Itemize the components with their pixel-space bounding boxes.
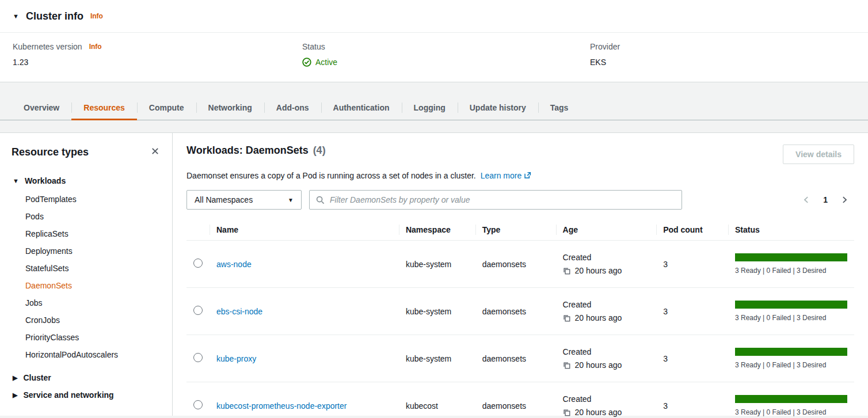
- tree-group-label: Workloads: [25, 176, 66, 185]
- sidebar-item-podtemplates[interactable]: PodTemplates: [25, 191, 161, 208]
- next-page-icon[interactable]: [839, 195, 850, 205]
- section-title: Cluster info: [26, 10, 83, 22]
- tab-networking[interactable]: Networking: [196, 96, 264, 120]
- age-value: 20 hours ago: [575, 313, 622, 322]
- column-header-name[interactable]: Name: [210, 219, 399, 241]
- tree-group-label: Cluster: [23, 373, 51, 382]
- tab-tags[interactable]: Tags: [538, 96, 581, 120]
- tab-authentication[interactable]: Authentication: [321, 96, 402, 120]
- resource-types-sidebar: Resource types ▼ Workloads PodTemplates …: [0, 133, 173, 416]
- age-cell: Created 20 hours ago: [556, 288, 657, 335]
- resource-type-tree: ▼ Workloads PodTemplates Pods ReplicaSet…: [12, 172, 161, 404]
- copy-icon[interactable]: [563, 267, 570, 275]
- pod-count-cell: 3: [656, 241, 728, 288]
- age-created-label: Created: [563, 253, 650, 262]
- status-bar: [735, 253, 847, 261]
- tree-group-service-and-networking[interactable]: ▶ Service and networking: [12, 386, 161, 404]
- previous-page-icon[interactable]: [801, 195, 812, 205]
- sidebar-item-deployments[interactable]: Deployments: [25, 242, 161, 260]
- copy-icon[interactable]: [563, 362, 570, 369]
- sidebar-item-pods[interactable]: Pods: [25, 208, 161, 225]
- column-header-namespace[interactable]: Namespace: [399, 219, 475, 241]
- sidebar-item-priorityclasses[interactable]: PriorityClasses: [25, 329, 161, 346]
- view-details-button[interactable]: View details: [783, 145, 854, 164]
- tab-logging[interactable]: Logging: [402, 96, 458, 120]
- status-cell: 3 Ready | 0 Failed | 3 Desired: [728, 382, 854, 418]
- namespace-cell: kube-system: [399, 335, 475, 382]
- age-cell: Created 20 hours ago: [556, 241, 657, 288]
- tree-group-label: Service and networking: [23, 390, 113, 400]
- sidebar-item-replicasets[interactable]: ReplicaSets: [25, 225, 161, 242]
- caret-right-icon: ▶: [13, 374, 17, 382]
- tree-group-workloads[interactable]: ▼ Workloads: [12, 172, 161, 189]
- current-page[interactable]: 1: [823, 195, 828, 204]
- age-cell: Created 20 hours ago: [556, 335, 657, 382]
- column-header-type[interactable]: Type: [475, 219, 556, 241]
- age-cell: Created 20 hours ago: [556, 382, 657, 418]
- tab-update-history[interactable]: Update history: [458, 96, 538, 120]
- info-link[interactable]: Info: [90, 12, 103, 20]
- table-row: kube-proxy kube-system daemonsets Create…: [186, 335, 854, 382]
- search-input[interactable]: [330, 195, 675, 204]
- status-bar: [735, 348, 847, 356]
- tab-compute[interactable]: Compute: [137, 96, 196, 120]
- learn-more-link[interactable]: Learn more: [481, 171, 522, 180]
- status-text: 3 Ready | 0 Failed | 3 Desired: [735, 314, 847, 322]
- age-value: 20 hours ago: [575, 360, 622, 370]
- sidebar-item-statefulsets[interactable]: StatefulSets: [25, 260, 161, 277]
- kubernetes-version-info-link[interactable]: Info: [89, 43, 102, 51]
- tab-resources[interactable]: Resources: [71, 96, 137, 120]
- kubernetes-version-field: Kubernetes version Info 1.23: [13, 42, 302, 67]
- daemonset-name-link[interactable]: aws-node: [216, 260, 252, 269]
- sidebar-item-jobs[interactable]: Jobs: [25, 294, 161, 311]
- workloads-items: PodTemplates Pods ReplicaSets Deployment…: [25, 191, 161, 363]
- daemonset-name-link[interactable]: kube-proxy: [216, 354, 256, 363]
- age-created-label: Created: [563, 300, 650, 309]
- namespace-cell: kubecost: [399, 382, 475, 418]
- daemonset-name-link[interactable]: kubecost-prometheus-node-exporter: [216, 401, 347, 411]
- sidebar-item-cronjobs[interactable]: CronJobs: [25, 311, 161, 329]
- caret-down-icon: ▼: [13, 177, 19, 184]
- type-cell: daemonsets: [475, 335, 556, 382]
- column-header-status[interactable]: Status: [728, 219, 854, 241]
- cluster-info-fields: Kubernetes version Info 1.23 Status Acti…: [0, 33, 868, 82]
- namespace-cell: kube-system: [399, 241, 475, 288]
- kubernetes-version-label: Kubernetes version: [13, 42, 82, 51]
- age-value: 20 hours ago: [575, 408, 622, 417]
- panel-description: Daemonset ensures a copy of a Pod is run…: [186, 171, 476, 180]
- column-header-pod-count[interactable]: Pod count: [656, 219, 728, 241]
- close-icon[interactable]: [150, 146, 161, 158]
- row-select-radio[interactable]: [193, 259, 203, 268]
- panel-title: Workloads: DaemonSets: [186, 145, 309, 156]
- copy-icon[interactable]: [563, 409, 570, 416]
- external-link-icon[interactable]: [524, 172, 531, 179]
- type-cell: daemonsets: [475, 288, 556, 335]
- status-text: 3 Ready | 0 Failed | 3 Desired: [735, 361, 847, 369]
- row-select-radio[interactable]: [193, 306, 203, 315]
- daemonset-name-link[interactable]: ebs-csi-node: [216, 307, 262, 316]
- tab-add-ons[interactable]: Add-ons: [264, 96, 321, 120]
- collapse-caret-icon[interactable]: ▼: [13, 13, 19, 20]
- select-column-header: [186, 219, 210, 241]
- column-header-age[interactable]: Age: [556, 219, 657, 241]
- provider-label: Provider: [590, 42, 855, 51]
- namespace-filter-dropdown[interactable]: All Namespaces ▼: [186, 190, 302, 210]
- sidebar-item-daemonsets[interactable]: DaemonSets: [25, 277, 161, 294]
- sidebar-item-horizontalpodautoscalers[interactable]: HorizontalPodAutoscalers: [25, 346, 161, 363]
- pod-count-cell: 3: [656, 288, 728, 335]
- row-select-radio[interactable]: [193, 400, 203, 409]
- status-field: Status Active: [302, 42, 590, 67]
- caret-right-icon: ▶: [13, 392, 17, 399]
- copy-icon[interactable]: [563, 314, 570, 322]
- status-bar: [735, 301, 847, 309]
- age-value: 20 hours ago: [575, 266, 622, 275]
- tree-group-cluster[interactable]: ▶ Cluster: [12, 369, 161, 386]
- kubernetes-version-value: 1.23: [13, 58, 302, 67]
- search-icon: [316, 196, 325, 204]
- cluster-tabs: Overview Resources Compute Networking Ad…: [0, 96, 868, 120]
- chevron-down-icon: ▼: [288, 197, 294, 203]
- tab-overview[interactable]: Overview: [12, 96, 71, 120]
- table-header-row: Name Namespace Type Age Pod count Status: [186, 219, 854, 241]
- row-select-radio[interactable]: [193, 353, 203, 362]
- pagination: 1: [801, 195, 854, 205]
